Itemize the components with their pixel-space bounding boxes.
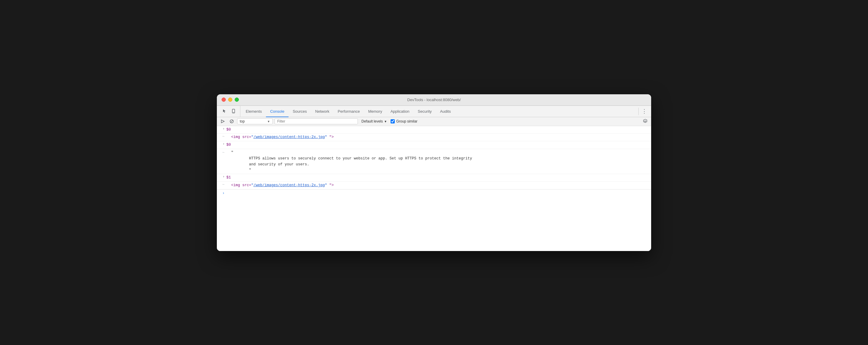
levels-selector[interactable]: Default levels ▼ xyxy=(360,119,389,124)
code-link[interactable]: /web/images/content-https-2x.jpg xyxy=(253,183,325,187)
gear-icon xyxy=(643,119,648,124)
code-link[interactable]: /web/images/content-https-2x.jpg xyxy=(253,135,325,139)
close-button[interactable] xyxy=(222,98,226,102)
clear-console-button[interactable] xyxy=(228,118,235,125)
console-row: › $1 xyxy=(217,174,651,182)
row-content-multiline: " HTTPS allows users to securely connect… xyxy=(226,149,651,174)
row-gutter[interactable]: ← xyxy=(217,149,226,154)
minimize-button[interactable] xyxy=(228,98,232,102)
svg-line-4 xyxy=(230,120,233,123)
tabs-toolbar: Elements Console Sources Network Perform… xyxy=(217,106,651,117)
row-gutter[interactable]: ← xyxy=(217,182,226,186)
multiline-quote-close: " xyxy=(231,167,650,173)
levels-arrow-icon: ▼ xyxy=(384,120,387,123)
console-row: › $0 xyxy=(217,126,651,134)
execute-icon xyxy=(221,119,225,123)
input-prompt: › xyxy=(217,191,226,195)
tab-memory[interactable]: Memory xyxy=(364,106,386,117)
return-arrow: ← xyxy=(222,134,225,138)
code-string-close: " xyxy=(325,183,327,187)
row-content: $0 xyxy=(226,142,651,148)
console-row: ← <img src="/web/images/content-https-2x… xyxy=(217,133,651,141)
code-string: " xyxy=(251,183,254,187)
tab-sources[interactable]: Sources xyxy=(288,106,311,117)
expand-arrow[interactable]: › xyxy=(222,142,225,146)
group-similar-checkbox[interactable] xyxy=(391,119,395,123)
dollar-var: $0 xyxy=(226,143,231,147)
code-string: " xyxy=(251,135,254,139)
row-content: $0 xyxy=(226,126,651,133)
devtools-window: DevTools - localhost:8080/web/ xyxy=(217,94,651,251)
toolbar-icons xyxy=(218,106,240,117)
code-tag-open: <img src= xyxy=(231,183,251,187)
code-tag: "> xyxy=(327,135,334,139)
svg-marker-2 xyxy=(221,120,224,123)
console-row: ← <img src="/web/images/content-https-2x… xyxy=(217,182,651,189)
multiline-quote-open: " xyxy=(231,150,650,156)
console-input-row: › xyxy=(217,189,651,197)
title-bar: DevTools - localhost:8080/web/ xyxy=(217,94,651,105)
more-tabs-button[interactable]: ⋮ xyxy=(639,106,650,117)
tab-console[interactable]: Console xyxy=(266,106,288,117)
settings-button[interactable] xyxy=(642,118,649,125)
filter-input[interactable] xyxy=(275,118,358,124)
clear-icon xyxy=(230,119,234,123)
console-row-multiline: ← " HTTPS allows users to securely conne… xyxy=(217,149,651,174)
window-title: DevTools - localhost:8080/web/ xyxy=(407,98,461,102)
tab-audits[interactable]: Audits xyxy=(436,106,455,117)
tab-network[interactable]: Network xyxy=(311,106,334,117)
code-tag-open: <img src= xyxy=(231,135,251,139)
tabs-container: Elements Console Sources Network Perform… xyxy=(242,106,638,117)
console-toolbar: top ▼ Default levels ▼ Group similar xyxy=(217,117,651,126)
return-arrow: ← xyxy=(222,183,225,186)
maximize-button[interactable] xyxy=(235,98,239,102)
inspect-element-button[interactable] xyxy=(220,107,229,116)
console-input[interactable] xyxy=(226,191,651,195)
dollar-var: $1 xyxy=(226,176,231,180)
code-string-close: " xyxy=(325,135,327,139)
traffic-lights xyxy=(222,98,239,102)
code-tag: "> xyxy=(327,183,334,187)
tab-elements[interactable]: Elements xyxy=(242,106,266,117)
mobile-icon xyxy=(231,109,236,114)
device-toolbar-button[interactable] xyxy=(229,107,238,116)
row-content: $1 xyxy=(226,174,651,181)
row-gutter[interactable]: › xyxy=(217,174,226,179)
console-output: › $0 ← <img src="/web/images/content-htt… xyxy=(217,126,651,251)
expand-arrow[interactable]: › xyxy=(222,127,225,131)
return-arrow: ← xyxy=(222,151,225,154)
context-arrow-icon: ▼ xyxy=(267,120,270,123)
execute-button[interactable] xyxy=(219,118,226,125)
context-selector[interactable]: top ▼ xyxy=(237,118,273,124)
dollar-var: $0 xyxy=(226,128,231,132)
devtools-container: Elements Console Sources Network Perform… xyxy=(217,105,651,251)
row-content: <img src="/web/images/content-https-2x.j… xyxy=(226,134,651,141)
row-gutter[interactable]: › xyxy=(217,142,226,146)
multiline-text: HTTPS allows users to securely connect t… xyxy=(231,156,650,167)
cursor-icon xyxy=(222,109,227,114)
tab-performance[interactable]: Performance xyxy=(334,106,364,117)
row-content: <img src="/web/images/content-https-2x.j… xyxy=(226,182,651,189)
tab-application[interactable]: Application xyxy=(386,106,414,117)
group-similar-checkbox-container[interactable]: Group similar xyxy=(391,119,417,123)
tab-security[interactable]: Security xyxy=(413,106,436,117)
row-gutter[interactable]: › xyxy=(217,126,226,131)
row-gutter[interactable]: ← xyxy=(217,134,226,138)
expand-arrow[interactable]: › xyxy=(222,175,225,179)
console-row: › $0 xyxy=(217,141,651,149)
